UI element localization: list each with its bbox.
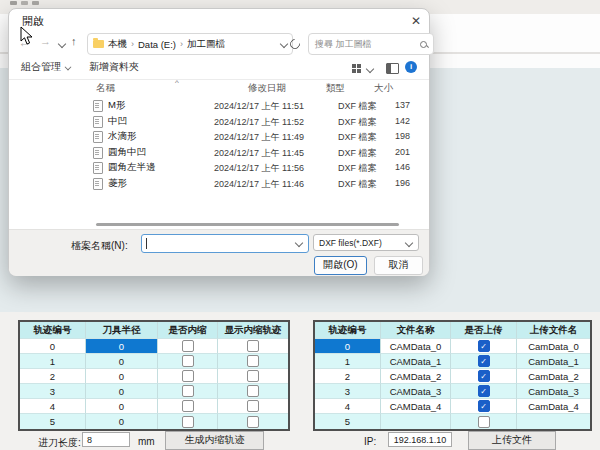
checkbox-checked[interactable]: ✓ xyxy=(478,355,490,367)
cell-filename[interactable]: CAMData_4 xyxy=(381,399,451,414)
feed-length-input[interactable]: 8 xyxy=(82,432,130,447)
column-header-size[interactable]: 大小 xyxy=(374,82,393,95)
cell-upload[interactable]: ✓ xyxy=(451,369,517,384)
cell-filename[interactable]: CAMData_0 xyxy=(381,339,451,354)
cell-radius[interactable]: 0 xyxy=(86,369,158,384)
cell-track[interactable]: 2 xyxy=(20,369,86,384)
file-row[interactable]: M形2024/12/17 上午 11:51DXF 檔案137 xyxy=(9,98,429,113)
up-icon[interactable]: ↑ xyxy=(71,35,77,47)
cell-upload[interactable]: ✓ xyxy=(451,339,517,354)
cell-track[interactable]: 5 xyxy=(20,414,86,429)
cell-upload[interactable]: ✓ xyxy=(451,399,517,414)
breadcrumb-item[interactable]: 加工圖檔 xyxy=(187,38,225,51)
ip-input[interactable]: 192.168.1.10 xyxy=(388,432,452,447)
file-row[interactable]: 菱形2024/12/17 上午 11:46DXF 檔案196 xyxy=(9,176,429,191)
file-row[interactable]: 中凹2024/12/17 上午 11:52DXF 檔案142 xyxy=(9,114,429,129)
generate-inset-track-button[interactable]: 生成内缩轨迹 xyxy=(165,431,264,450)
checkbox-checked[interactable]: ✓ xyxy=(478,370,490,382)
cell-filename[interactable]: CAMData_1 xyxy=(381,354,451,369)
checkbox-unchecked[interactable] xyxy=(478,416,490,428)
checkbox-unchecked[interactable] xyxy=(247,355,259,367)
cell-radius[interactable]: 0 xyxy=(86,339,158,354)
cell-upload_name[interactable]: CamData_0 xyxy=(517,339,590,354)
sort-ascending-icon[interactable]: ^ xyxy=(175,78,179,87)
checkbox-unchecked[interactable] xyxy=(182,400,194,412)
new-folder-button[interactable]: 新增資料夾 xyxy=(89,60,139,74)
cell-track[interactable]: 1 xyxy=(315,354,381,369)
preview-pane-icon[interactable] xyxy=(386,63,399,74)
checkbox-unchecked[interactable] xyxy=(182,355,194,367)
cell-filename[interactable]: CAMData_2 xyxy=(381,369,451,384)
cell-track[interactable]: 0 xyxy=(315,339,381,354)
cell-radius[interactable]: 0 xyxy=(86,399,158,414)
info-icon[interactable]: i xyxy=(405,61,417,73)
file-row[interactable]: 圓角中凹2024/12/17 上午 11:45DXF 檔案201 xyxy=(9,145,429,160)
checkbox-unchecked[interactable] xyxy=(182,340,194,352)
cell-radius[interactable]: 0 xyxy=(86,354,158,369)
forward-icon[interactable]: → xyxy=(40,35,51,47)
file-row[interactable]: 水滴形2024/12/17 上午 11:49DXF 檔案198 xyxy=(9,129,429,144)
filename-input[interactable] xyxy=(141,234,309,253)
view-mode-chevron-icon[interactable] xyxy=(366,65,374,73)
cell-inset[interactable] xyxy=(158,399,218,414)
cell-track[interactable]: 4 xyxy=(20,399,86,414)
checkbox-unchecked[interactable] xyxy=(247,400,259,412)
checkbox-unchecked[interactable] xyxy=(247,340,259,352)
cell-show_inset[interactable] xyxy=(218,369,288,384)
checkbox-unchecked[interactable] xyxy=(182,370,194,382)
cell-upload_name[interactable]: CamData_2 xyxy=(517,369,590,384)
cell-inset[interactable] xyxy=(158,354,218,369)
checkbox-unchecked[interactable] xyxy=(247,385,259,397)
breadcrumb[interactable]: 本機›Data (E:)›加工圖檔 xyxy=(87,33,293,55)
view-mode-icon[interactable] xyxy=(352,64,356,68)
column-header-date[interactable]: 修改日期 xyxy=(248,82,286,95)
search-input[interactable]: 搜尋 加工圖檔 xyxy=(308,33,434,55)
cell-upload_name[interactable]: CamData_4 xyxy=(517,399,590,414)
cell-filename[interactable]: CAMData_3 xyxy=(381,384,451,399)
checkbox-unchecked[interactable] xyxy=(247,416,259,428)
cell-track[interactable]: 4 xyxy=(315,399,381,414)
breadcrumb-item[interactable]: Data (E:) xyxy=(138,39,176,50)
cell-radius[interactable]: 0 xyxy=(86,414,158,429)
column-header-name[interactable]: 名稱 xyxy=(96,82,115,95)
cell-show_inset[interactable] xyxy=(218,339,288,354)
cell-show_inset[interactable] xyxy=(218,354,288,369)
cell-inset[interactable] xyxy=(158,339,218,354)
cell-radius[interactable]: 0 xyxy=(86,384,158,399)
column-header-type[interactable]: 類型 xyxy=(326,82,345,95)
cell-track[interactable]: 2 xyxy=(315,369,381,384)
checkbox-unchecked[interactable] xyxy=(182,416,194,428)
checkbox-checked[interactable]: ✓ xyxy=(478,385,490,397)
horizontal-scrollbar[interactable] xyxy=(96,223,399,226)
file-row[interactable]: 圓角左半邊2024/12/17 上午 11:56DXF 檔案146 xyxy=(9,160,429,175)
breadcrumb-chevron-icon[interactable] xyxy=(280,40,288,48)
cell-show_inset[interactable] xyxy=(218,399,288,414)
cell-filename[interactable] xyxy=(381,414,451,429)
cell-upload[interactable] xyxy=(451,414,517,429)
cell-upload[interactable]: ✓ xyxy=(451,384,517,399)
cell-upload_name[interactable]: CamData_3 xyxy=(517,384,590,399)
cell-upload[interactable]: ✓ xyxy=(451,354,517,369)
open-button[interactable]: 開啟(O) xyxy=(314,256,367,275)
checkbox-checked[interactable]: ✓ xyxy=(478,340,490,352)
recent-locations-chevron-icon[interactable] xyxy=(58,40,66,48)
cell-inset[interactable] xyxy=(158,384,218,399)
filetype-select[interactable]: DXF files(*.DXF) xyxy=(313,234,419,251)
filename-chevron-icon[interactable] xyxy=(295,239,303,247)
organize-menu[interactable]: 組合管理 xyxy=(21,60,71,74)
cell-upload_name[interactable]: CamData_1 xyxy=(517,354,590,369)
cell-track[interactable]: 3 xyxy=(315,384,381,399)
cell-upload_name[interactable] xyxy=(517,414,590,429)
cell-track[interactable]: 1 xyxy=(20,354,86,369)
checkbox-unchecked[interactable] xyxy=(247,370,259,382)
upload-files-button[interactable]: 上传文件 xyxy=(468,431,556,450)
checkbox-unchecked[interactable] xyxy=(182,385,194,397)
cell-inset[interactable] xyxy=(158,369,218,384)
cancel-button[interactable]: 取消 xyxy=(374,256,423,275)
close-icon[interactable]: ✕ xyxy=(406,12,426,30)
cell-show_inset[interactable] xyxy=(218,384,288,399)
cell-show_inset[interactable] xyxy=(218,414,288,429)
cell-track[interactable]: 5 xyxy=(315,414,381,429)
cell-inset[interactable] xyxy=(158,414,218,429)
cell-track[interactable]: 3 xyxy=(20,384,86,399)
